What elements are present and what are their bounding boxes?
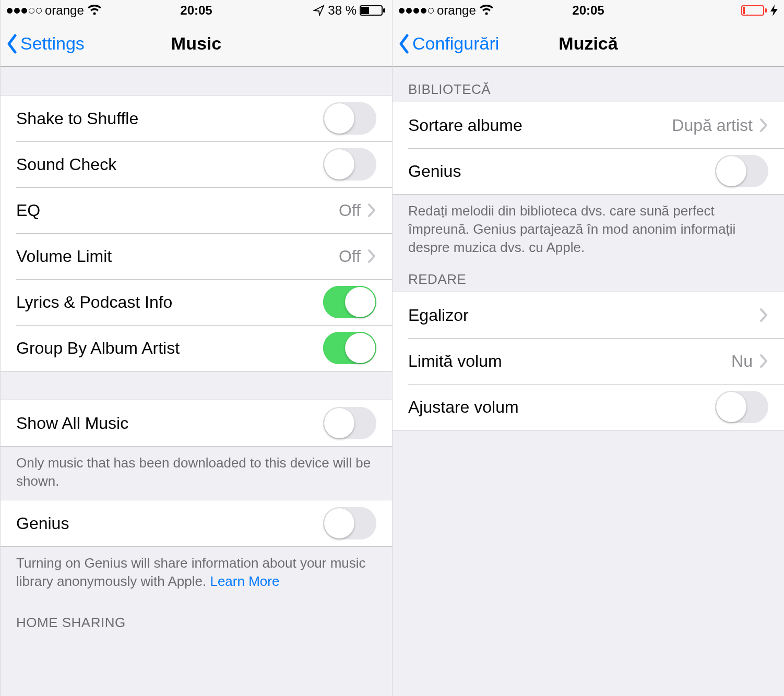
signal-strength-icon: [399, 8, 434, 14]
row-label: Genius: [16, 514, 323, 533]
nav-bar: Configurări Muzică: [393, 21, 784, 67]
clock: 20:05: [572, 3, 604, 18]
show-all-music-row[interactable]: Show All Music: [1, 400, 392, 446]
chevron-right-icon: [759, 117, 768, 133]
row-label: Group By Album Artist: [16, 339, 323, 358]
row-label: Sortare albume: [408, 116, 672, 135]
chevron-right-icon: [759, 353, 768, 369]
status-right: 38 %: [212, 3, 386, 18]
location-icon: [313, 5, 325, 16]
sort-albums-row[interactable]: Sortare albume După artist: [393, 102, 784, 148]
learn-more-link[interactable]: Learn More: [210, 573, 279, 589]
chevron-left-icon: [6, 33, 18, 54]
svg-rect-1: [361, 7, 369, 14]
chevron-left-icon: [398, 33, 410, 54]
playback-header: REDARE: [393, 266, 784, 292]
carrier-label: orange: [45, 3, 84, 18]
clock: 20:05: [180, 3, 212, 18]
status-bar: orange 20:05: [393, 0, 784, 21]
charging-bolt-icon: [770, 5, 778, 16]
chevron-right-icon: [759, 307, 768, 323]
right-phone: orange 20:05 Configurări Muzică BIBLIOTE…: [392, 0, 784, 696]
library-group: Sortare albume După artist Genius: [393, 102, 784, 195]
svg-rect-3: [742, 6, 764, 15]
row-label: Volume Limit: [16, 247, 339, 266]
battery-low-icon: [741, 5, 767, 16]
home-sharing-header: HOME SHARING: [1, 600, 392, 635]
group-by-album-artist-row[interactable]: Group By Album Artist: [1, 325, 392, 371]
status-right: [604, 5, 778, 16]
sound-check-toggle[interactable]: [323, 148, 376, 181]
nav-bar: Settings Music: [1, 21, 392, 67]
carrier-label: orange: [437, 3, 476, 18]
chevron-right-icon: [367, 202, 376, 218]
chevron-right-icon: [367, 248, 376, 264]
genius-toggle[interactable]: [323, 507, 376, 539]
shake-to-shuffle-row[interactable]: Shake to Shuffle: [1, 95, 392, 141]
svg-rect-5: [765, 8, 767, 13]
row-label: Sound Check: [16, 155, 323, 174]
lyrics-toggle[interactable]: [323, 286, 376, 318]
row-label: Show All Music: [16, 414, 323, 433]
back-button[interactable]: Configurări: [393, 33, 499, 54]
back-label: Settings: [20, 33, 85, 54]
battery-icon: [360, 5, 386, 16]
row-label: Egalizor: [408, 306, 759, 325]
volume-limit-row[interactable]: Volume Limit Off: [1, 233, 392, 279]
battery-percent: 38 %: [328, 3, 357, 18]
genius-footer-text: Turning on Genius will share information…: [16, 555, 366, 589]
row-label: EQ: [16, 201, 339, 220]
genius-row[interactable]: Genius: [393, 148, 784, 194]
settings-group-3: Genius: [1, 500, 392, 547]
row-value: Nu: [731, 352, 753, 371]
show-all-footer: Only music that has been downloaded to t…: [1, 447, 392, 500]
volume-adjust-toggle[interactable]: [715, 391, 768, 423]
back-button[interactable]: Settings: [1, 33, 85, 54]
svg-rect-2: [383, 8, 385, 13]
content: Shake to Shuffle Sound Check EQ Off Volu…: [1, 67, 392, 696]
settings-group-1: Shake to Shuffle Sound Check EQ Off Volu…: [1, 95, 392, 371]
content: BIBLIOTECĂ Sortare albume După artist Ge…: [393, 67, 784, 696]
settings-group-2: Show All Music: [1, 400, 392, 447]
row-label: Genius: [408, 162, 715, 181]
status-bar: orange 20:05 38 %: [1, 0, 392, 21]
signal-strength-icon: [7, 8, 42, 14]
shake-toggle[interactable]: [323, 102, 376, 135]
row-value: Off: [339, 201, 361, 220]
wifi-icon: [479, 5, 494, 16]
row-label: Limită volum: [408, 352, 731, 371]
eq-row[interactable]: Egalizor: [393, 292, 784, 338]
genius-row[interactable]: Genius: [1, 500, 392, 546]
svg-rect-4: [743, 7, 745, 14]
row-label: Shake to Shuffle: [16, 109, 323, 128]
genius-footer: Redați melodii din biblioteca dvs. care …: [393, 195, 784, 266]
eq-row[interactable]: EQ Off: [1, 187, 392, 233]
library-header: BIBLIOTECĂ: [393, 67, 784, 102]
volume-limit-row[interactable]: Limită volum Nu: [393, 338, 784, 384]
row-label: Ajustare volum: [408, 398, 715, 417]
row-label: Lyrics & Podcast Info: [16, 293, 323, 312]
status-left: orange: [7, 3, 180, 18]
volume-adjust-row[interactable]: Ajustare volum: [393, 384, 784, 430]
genius-footer: Turning on Genius will share information…: [1, 547, 392, 600]
show-all-toggle[interactable]: [323, 407, 376, 439]
wifi-icon: [87, 5, 102, 16]
status-left: orange: [399, 3, 572, 18]
playback-group: Egalizor Limită volum Nu Ajustare volum: [393, 292, 784, 430]
row-value: După artist: [672, 116, 753, 135]
sound-check-row[interactable]: Sound Check: [1, 141, 392, 187]
lyrics-podcast-row[interactable]: Lyrics & Podcast Info: [1, 279, 392, 325]
back-label: Configurări: [412, 33, 499, 54]
genius-toggle[interactable]: [715, 155, 768, 187]
group-by-toggle[interactable]: [323, 332, 376, 364]
row-value: Off: [339, 247, 361, 266]
left-phone: orange 20:05 38 % Settings Music: [0, 0, 392, 696]
